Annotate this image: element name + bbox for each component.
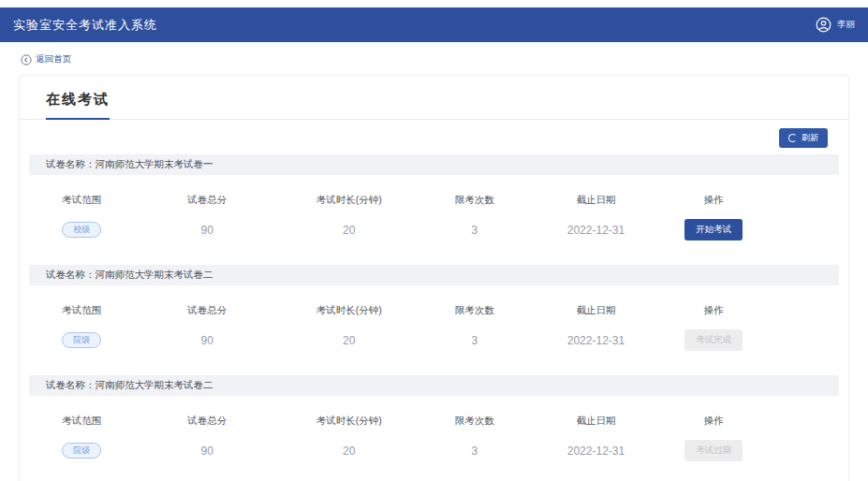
col-header-duration: 考试时长(分钟) — [280, 194, 418, 207]
exam-list: 试卷名称：河南师范大学期末考试卷一 考试范围 试卷总分 考试时长(分钟) 限考次… — [20, 154, 848, 481]
exam-table: 考试范围 试卷总分 考试时长(分钟) 限考次数 截止日期 操作 校级 90 20… — [29, 175, 839, 265]
col-header-deadline: 截止日期 — [531, 194, 660, 207]
online-exam-panel: 在线考试 刷新 试卷名称：河南师范大学期末考试卷一 考试范围 试卷总分 考试时长… — [19, 75, 849, 481]
refresh-icon — [788, 134, 797, 142]
duration-value: 20 — [280, 334, 418, 347]
app-header: 实验室安全考试准入系统 李丽 — [0, 7, 868, 42]
col-header-scope: 考试范围 — [29, 304, 134, 317]
score-value: 90 — [134, 445, 280, 458]
exam-name-bar: 试卷名称：河南师范大学期末考试卷二 — [29, 265, 839, 285]
exam-name-bar: 试卷名称：河南师范大学期末考试卷二 — [29, 375, 839, 396]
user-avatar-icon — [816, 17, 831, 33]
col-header-action: 操作 — [661, 304, 766, 317]
exam-expired-button: 考试过期 — [684, 440, 743, 461]
col-header-deadline: 截止日期 — [531, 304, 660, 317]
col-header-deadline: 截止日期 — [531, 415, 660, 428]
app-title: 实验室安全考试准入系统 — [13, 17, 157, 34]
score-value: 90 — [134, 334, 280, 347]
col-header-attempts: 限考次数 — [418, 194, 531, 207]
panel-title-row: 在线考试 — [20, 91, 848, 120]
exam-table: 考试范围 试卷总分 考试时长(分钟) 限考次数 截止日期 操作 院级 90 20… — [29, 396, 839, 481]
col-header-action: 操作 — [661, 415, 766, 428]
score-value: 90 — [134, 224, 280, 237]
col-header-scope: 考试范围 — [29, 194, 134, 207]
scope-badge: 校级 — [62, 222, 101, 238]
panel-title: 在线考试 — [46, 91, 110, 120]
back-icon — [21, 54, 32, 66]
exam-section-3: 试卷名称：河南师范大学期末考试卷二 考试范围 试卷总分 考试时长(分钟) 限考次… — [29, 375, 839, 481]
scope-badge: 院级 — [62, 332, 101, 348]
col-header-duration: 考试时长(分钟) — [280, 304, 418, 317]
deadline-value: 2022-12-31 — [531, 224, 660, 237]
table-row: 院级 90 20 3 2022-12-31 考试过期 — [29, 440, 839, 461]
col-header-scope: 考试范围 — [29, 415, 134, 428]
toolbar: 刷新 — [20, 120, 848, 154]
deadline-value: 2022-12-31 — [531, 445, 660, 458]
col-header-score: 试卷总分 — [134, 304, 280, 317]
refresh-label: 刷新 — [802, 132, 818, 144]
exam-section-1: 试卷名称：河南师范大学期末考试卷一 考试范围 试卷总分 考试时长(分钟) 限考次… — [29, 154, 839, 265]
duration-value: 20 — [280, 224, 418, 237]
duration-value: 20 — [280, 445, 418, 458]
col-header-duration: 考试时长(分钟) — [280, 415, 418, 428]
attempts-value: 3 — [418, 334, 531, 347]
table-header-row: 考试范围 试卷总分 考试时长(分钟) 限考次数 截止日期 操作 — [29, 194, 839, 207]
table-header-row: 考试范围 试卷总分 考试时长(分钟) 限考次数 截止日期 操作 — [29, 304, 839, 317]
exam-name: 试卷名称：河南师范大学期末考试卷二 — [46, 269, 213, 282]
exam-name: 试卷名称：河南师范大学期末考试卷二 — [46, 379, 213, 392]
attempts-value: 3 — [418, 224, 531, 237]
exam-completed-button: 考试完成 — [684, 329, 743, 351]
exam-table: 考试范围 试卷总分 考试时长(分钟) 限考次数 截止日期 操作 院级 90 20… — [29, 285, 839, 375]
exam-name: 试卷名称：河南师范大学期末考试卷一 — [46, 158, 213, 171]
col-header-attempts: 限考次数 — [418, 415, 531, 428]
start-exam-button[interactable]: 开始考试 — [684, 219, 743, 240]
user-name: 李丽 — [837, 19, 855, 31]
user-menu[interactable]: 李丽 — [816, 17, 855, 33]
col-header-action: 操作 — [661, 194, 766, 207]
exam-section-2: 试卷名称：河南师范大学期末考试卷二 考试范围 试卷总分 考试时长(分钟) 限考次… — [29, 265, 839, 375]
attempts-value: 3 — [418, 445, 531, 458]
scope-badge: 院级 — [62, 443, 101, 459]
table-row: 校级 90 20 3 2022-12-31 开始考试 — [29, 219, 839, 240]
col-header-attempts: 限考次数 — [418, 304, 531, 317]
exam-name-bar: 试卷名称：河南师范大学期末考试卷一 — [29, 154, 839, 175]
refresh-button[interactable]: 刷新 — [779, 128, 828, 148]
table-row: 院级 90 20 3 2022-12-31 考试完成 — [29, 329, 839, 351]
back-label: 返回首页 — [36, 53, 71, 66]
table-header-row: 考试范围 试卷总分 考试时长(分钟) 限考次数 截止日期 操作 — [29, 415, 839, 428]
col-header-score: 试卷总分 — [134, 194, 280, 207]
deadline-value: 2022-12-31 — [531, 334, 660, 347]
col-header-score: 试卷总分 — [134, 415, 280, 428]
back-home-link[interactable]: 返回首页 — [0, 42, 868, 66]
